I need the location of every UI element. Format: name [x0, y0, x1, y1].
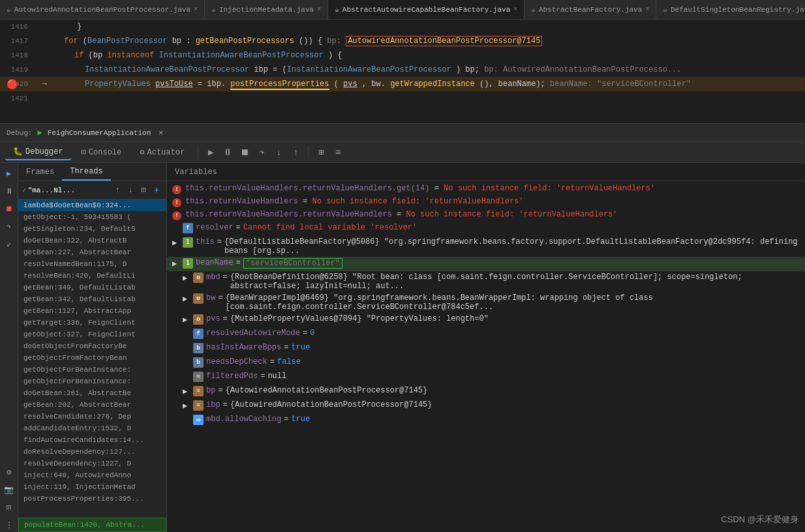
tab-1[interactable]: ☕ InjectionMetadata.java ×	[205, 0, 328, 19]
sidebar-step-over-icon[interactable]: ↷	[2, 219, 16, 233]
frame-item-21[interactable]: doResolveDependency:127...	[18, 446, 166, 458]
code-line-1417: 1417 for (BeanPostProcessor bp : getBean…	[0, 34, 805, 48]
frame-item-22[interactable]: resolveDependency:1227, D	[18, 458, 166, 469]
tab-3-close[interactable]: ×	[645, 6, 649, 13]
tab-1-icon: ☕	[211, 5, 216, 14]
frame-item-3[interactable]: doGetBean:322, AbstractB	[18, 235, 166, 246]
var-icon-pvs: o	[193, 314, 204, 325]
var-icon-bw: o	[193, 293, 204, 304]
toolbar-tab-debugger[interactable]: 🐛 Debugger	[5, 144, 71, 160]
frames-list: lambda$doGetBean$0:324... getObject:-1, …	[18, 200, 166, 518]
error-icon-0: !	[172, 185, 181, 194]
sidebar-filter-icon[interactable]: ⊡	[2, 500, 16, 514]
var-icon-beanname: l	[183, 258, 193, 269]
frame-item-4[interactable]: getBean:227, AbstractBear	[18, 246, 166, 258]
left-panel: Frames Threads ✓ "ma...Nl... ↑ ↓ ⊡ + lam…	[18, 163, 167, 532]
tab-0[interactable]: ☕ AutowiredAnnotationBeanPostProcessor.j…	[0, 0, 205, 19]
pause-btn[interactable]: ⏸	[220, 145, 235, 160]
frame-item-19[interactable]: addCandidateEntry:1532, D	[18, 422, 166, 434]
frame-item-13[interactable]: getObjectFromFactoryBean	[18, 352, 166, 364]
frame-item-2[interactable]: getSingleton:234, DefaultS	[18, 223, 166, 235]
sidebar-pause-icon[interactable]: ⏸	[2, 184, 16, 198]
frame-item-15[interactable]: getObjectForBeanInstance:	[18, 376, 166, 387]
tab-3[interactable]: ☕ AbstractBeanFactory.java ×	[524, 0, 656, 19]
step-into-btn[interactable]: ↓	[271, 145, 286, 160]
debugger-icon: 🐛	[13, 147, 23, 156]
current-line-arrow: →	[42, 80, 46, 89]
frame-item-24[interactable]: inject:119, InjectionMetad	[18, 481, 166, 493]
var-item-beanname: ▶ l beanName = "serviceBController"	[167, 257, 805, 271]
debug-session-icon: ▶	[38, 128, 42, 138]
frame-item-6[interactable]: resolveBean:420, DefaultLi	[18, 270, 166, 282]
breakpoint-indicator: 🔴	[7, 79, 18, 90]
frame-item-23[interactable]: inject:640, AutowiredAnno	[18, 469, 166, 481]
frame-item-12[interactable]: doGetObjectFromFactoryBe	[18, 340, 166, 352]
bottom-frame[interactable]: populateBean:1420, Abstra...	[18, 518, 166, 532]
filter-btn[interactable]: ⊡	[138, 185, 149, 196]
frame-item-17[interactable]: getBean:202, AbstractBear	[18, 399, 166, 411]
var-icon-allowcaching: ∞	[193, 415, 204, 425]
sidebar-step-into-icon[interactable]: ↙	[2, 237, 16, 251]
tab-2[interactable]: ☕ AbstractAutowireCapableBeanFactory.jav…	[328, 0, 524, 19]
code-line-1416: 1416 }	[0, 20, 805, 34]
frame-item-1[interactable]: getObject:-1, 593415583 (	[18, 211, 166, 223]
step-out-btn[interactable]: ↑	[288, 145, 303, 160]
frame-item-8[interactable]: getBean:342, DefaultListab	[18, 293, 166, 305]
tab-1-close[interactable]: ×	[317, 6, 321, 13]
debug-main: ▶ ⏸ ⏹ ↷ ↙ ⚙ 📷 ⊡ ⋮ Frames Threads ✓ "ma..…	[0, 163, 805, 532]
frame-item-7[interactable]: getBean:349, DefaultListab	[18, 282, 166, 293]
frame-item-11[interactable]: getObject:327, FeignClient	[18, 329, 166, 340]
frame-item-9[interactable]: getBean:1127, AbstractApp	[18, 305, 166, 317]
tab-4-icon: ☕	[663, 5, 667, 14]
toolbar-tab-actuator[interactable]: ⚙ Actuator	[132, 145, 192, 160]
step-over-btn[interactable]: ↷	[254, 145, 269, 160]
tab-1-label: InjectionMetadata.java	[219, 6, 314, 14]
resume-btn[interactable]: ▶	[204, 145, 218, 160]
frame-item-20[interactable]: findAutowireCandidates:14...	[18, 434, 166, 446]
evaluate-btn[interactable]: ≡	[331, 145, 345, 160]
tab-2-close[interactable]: ×	[513, 6, 517, 13]
sort-up-btn[interactable]: ↑	[112, 185, 123, 196]
var-item-bw: ▶ o bw = {BeanWrapperImpl@6469} "org.spr…	[167, 292, 805, 313]
sort-down-btn[interactable]: ↓	[125, 185, 136, 196]
watermark: CSDN @禾禾爱健身	[721, 514, 798, 525]
frame-item-10[interactable]: getTarget:336, FeignClient	[18, 317, 166, 329]
var-icon-this: l	[183, 237, 193, 248]
code-line-1420: 1420 🔴 → PropertyValues pvsToUse = ibp. …	[0, 77, 805, 91]
var-icon-hasinst: b	[193, 343, 204, 353]
var-icon-autowiremode: f	[193, 329, 204, 339]
add-btn[interactable]: +	[151, 185, 162, 196]
sidebar-play-icon[interactable]: ▶	[2, 166, 16, 181]
debug-label: Debug:	[7, 129, 33, 137]
toolbar-tab-console[interactable]: ⊡ Console	[74, 145, 130, 160]
frame-item-5[interactable]: resolveNamedBean:1175, D	[18, 258, 166, 270]
frame-item-25[interactable]: postProcessProperties:395...	[18, 493, 166, 505]
tab-4-label: DefaultSingletonBeanRegistry.java	[671, 6, 805, 14]
error-icon-2: !	[172, 211, 181, 220]
frames-tab[interactable]: Frames	[18, 163, 62, 181]
sidebar-camera-icon[interactable]: 📷	[2, 482, 16, 497]
sidebar-more-icon[interactable]: ⋮	[2, 518, 16, 532]
sidebar-stop-icon[interactable]: ⏹	[2, 201, 16, 216]
run-to-cursor-btn[interactable]: ⊞	[314, 145, 328, 160]
frame-item-14[interactable]: getObjectForBeanInstance:	[18, 364, 166, 376]
frame-item-16[interactable]: doGetBean:261, AbstractBe	[18, 387, 166, 399]
stop-btn[interactable]: ⏹	[237, 145, 252, 160]
debug-session-close[interactable]: ✕	[159, 128, 163, 138]
tab-2-icon: ☕	[335, 5, 339, 14]
tab-4[interactable]: ☕ DefaultSingletonBeanRegistry.java ×	[656, 0, 805, 19]
right-panel: Variables ! this.returnValueHandlers.ret…	[167, 163, 805, 532]
frame-item-0[interactable]: lambda$doGetBean$0:324...	[18, 200, 166, 211]
sidebar-settings-icon[interactable]: ⚙	[2, 465, 16, 479]
tab-0-close[interactable]: ×	[194, 6, 198, 13]
var-item-hasinst: ▶ b hasInstAwareBpps = true	[167, 342, 805, 356]
frame-item-18[interactable]: resolveCandidate:276, Dep	[18, 411, 166, 422]
debug-session-name: FeighConsumerApplication	[48, 129, 151, 137]
app-window: ☕ AutowiredAnnotationBeanPostProcessor.j…	[0, 0, 805, 532]
separator-1	[198, 146, 198, 159]
panel-tabs: Frames Threads	[18, 163, 166, 181]
threads-tab[interactable]: Threads	[62, 163, 110, 181]
variables-header: Variables	[167, 163, 805, 181]
var-icon-filteredpds: ≡	[193, 372, 204, 382]
var-item-ibp: ▶ ≡ ibp = {AutowiredAnnotationBeanPostPr…	[167, 399, 805, 413]
